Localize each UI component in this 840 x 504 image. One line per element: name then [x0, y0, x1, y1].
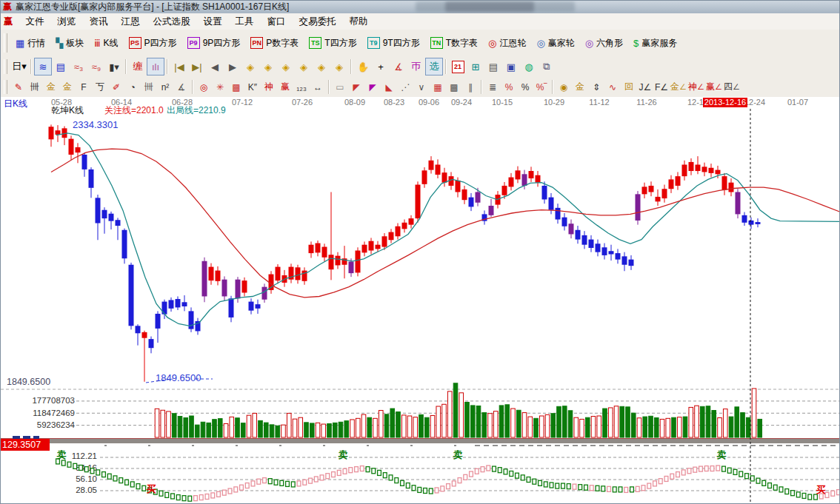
- draw-gold-comb-a-icon[interactable]: 金: [43, 79, 59, 95]
- menu-item-1[interactable]: 文件: [19, 16, 51, 27]
- draw-star-web-icon[interactable]: ✳: [212, 79, 228, 95]
- draw-gold-line-icon[interactable]: 金: [572, 79, 588, 95]
- draw-scale-tool-icon[interactable]: ⇕: [588, 79, 604, 95]
- feature-gann-wheel[interactable]: ◎江恩轮: [483, 35, 531, 52]
- draw-ruler-123-icon[interactable]: ₁₂₃: [293, 79, 310, 95]
- tool-tool-purple-icon[interactable]: 帀: [407, 58, 425, 75]
- draw-percent-icon[interactable]: %: [517, 79, 533, 95]
- draw-spider-web-icon[interactable]: ▩: [228, 79, 244, 95]
- draw-percent-fan-icon[interactable]: %: [501, 79, 517, 95]
- draw-time-cycle-icon[interactable]: ◔: [124, 79, 141, 95]
- draw-f-comb-icon[interactable]: F: [76, 79, 92, 95]
- draw-gold-comb-b-icon[interactable]: 金: [59, 79, 76, 95]
- 9t-square-label: 9T四方形: [383, 37, 420, 50]
- menu-item-9[interactable]: 交易委托: [293, 16, 343, 27]
- draw-j-angle-icon[interactable]: J∠: [637, 79, 653, 95]
- draw-shen-comb-icon[interactable]: 神: [261, 79, 277, 95]
- tool-zoom-in-bars-icon[interactable]: ◈: [313, 58, 330, 75]
- tool-tool-select-icon[interactable]: 选: [425, 58, 443, 75]
- draw-shen-angle-icon[interactable]: 神∠: [687, 79, 705, 95]
- menu-item-10[interactable]: 帮助: [343, 16, 375, 27]
- draw-grid-box-icon[interactable]: ▩: [446, 79, 462, 95]
- tool-angle-measure-icon[interactable]: ∡: [390, 58, 407, 75]
- tool-prev-bar-icon[interactable]: ◀: [206, 58, 224, 75]
- menu-item-8[interactable]: 窗口: [261, 16, 293, 27]
- tool-notes-report-icon[interactable]: ▤: [484, 58, 502, 75]
- draw-v-lines-icon[interactable]: ∨: [413, 79, 430, 95]
- tool-wave-9-icon[interactable]: ≈₉: [87, 58, 105, 75]
- draw-select-region-icon[interactable]: ▭: [332, 79, 348, 95]
- draw-angle-pen-icon[interactable]: ∡: [173, 79, 190, 95]
- tool-pan-hand-icon[interactable]: ✋: [354, 58, 372, 75]
- date-tick: 11-12: [589, 98, 609, 107]
- draw-comb-ruler-icon[interactable]: 卌: [27, 79, 43, 95]
- tool-period-daily-dropdown-icon[interactable]: 日▾: [10, 58, 28, 75]
- tool-compress-view-icon[interactable]: ◈: [295, 58, 313, 75]
- tool-expand-both-icon[interactable]: ◈: [277, 58, 295, 75]
- menu-item-6[interactable]: 设置: [197, 16, 229, 27]
- menu-item-7[interactable]: 工具: [229, 16, 261, 27]
- draw-width-arrows-icon[interactable]: ↔: [310, 79, 326, 95]
- draw-comb-plain-icon[interactable]: 卌: [141, 79, 157, 95]
- draw-k-note-icon[interactable]: K″: [244, 79, 261, 95]
- tool-wave-3-icon[interactable]: ≈₃: [70, 58, 87, 75]
- tool-next-bar-icon[interactable]: ▶: [224, 58, 241, 75]
- draw-five-comb-icon[interactable]: 丂: [92, 79, 108, 95]
- gann-wheel-label: 江恩轮: [499, 37, 526, 50]
- feature-winner-service[interactable]: $赢家服务: [628, 35, 682, 52]
- chart-area[interactable]: 日K线 05-2806-1406-2807-1207-2608-0908-230…: [1, 97, 840, 504]
- tool-expand-left-icon[interactable]: ◈: [241, 58, 259, 75]
- draw-ying-angle-icon[interactable]: 赢∠: [705, 79, 723, 95]
- menu-item-4[interactable]: 江恩: [115, 16, 147, 27]
- tool-chart-globe-icon[interactable]: ◍: [520, 58, 538, 75]
- draw-gold-box-icon[interactable]: 回: [621, 79, 637, 95]
- feature-kline[interactable]: ⅲK线: [89, 35, 123, 52]
- draw-f-angle-icon[interactable]: F∠: [653, 79, 670, 95]
- feature-sectors[interactable]: ▚板块: [50, 35, 89, 52]
- feature-t-number-table[interactable]: TNT数字表: [425, 35, 483, 52]
- menu-item-2[interactable]: 浏览: [51, 16, 83, 27]
- draw-wave-tool-icon[interactable]: ∿: [604, 79, 621, 95]
- draw-percent-line-icon[interactable]: %‾: [533, 79, 550, 95]
- feature-9t-square[interactable]: T99T四方形: [362, 35, 425, 52]
- feature-t-square[interactable]: TST四方形: [304, 35, 361, 52]
- tool-workstation-icon[interactable]: ⧉: [538, 58, 556, 75]
- tool-zoom-out-bars-icon[interactable]: ◈: [330, 58, 348, 75]
- draw-trend-angles-icon[interactable]: ⋰: [397, 79, 413, 95]
- feature-winner-wheel[interactable]: ◎赢家轮: [531, 35, 579, 52]
- price-chart-canvas[interactable]: 卖买卖卖卖买: [1, 108, 840, 504]
- draw-brush-tool-icon[interactable]: ✎: [10, 79, 27, 95]
- draw-n-square-icon[interactable]: n²: [157, 79, 173, 95]
- draw-distribution-icon[interactable]: ≣: [484, 79, 501, 95]
- draw-speed-fan-dense-icon[interactable]: ◣: [381, 79, 397, 95]
- tool-save-chart-icon[interactable]: ▣: [502, 58, 520, 75]
- draw-speed-fan-icon[interactable]: ◤: [348, 79, 364, 95]
- draw-grid-red-icon[interactable]: ▦: [430, 79, 446, 95]
- tool-chip-histogram-icon[interactable]: ılı: [147, 58, 164, 75]
- draw-parallel-lines-icon[interactable]: ∥: [462, 79, 479, 95]
- tool-multi-view-icon[interactable]: ≋: [34, 58, 52, 75]
- draw-ying-comb-icon[interactable]: 赢: [277, 79, 293, 95]
- tool-expand-right-icon[interactable]: ◈: [259, 58, 277, 75]
- tool-crosshair-icon[interactable]: +: [372, 58, 390, 75]
- menu-item-3[interactable]: 资讯: [83, 16, 115, 27]
- tool-calculator-icon[interactable]: ⊞: [467, 58, 484, 75]
- draw-speed-fan-box-icon[interactable]: ◤: [364, 79, 381, 95]
- draw-ink-pen-icon[interactable]: ✐: [108, 79, 124, 95]
- tool-first-bar-icon[interactable]: |◀: [170, 58, 188, 75]
- tool-calendar-21-icon[interactable]: 21: [449, 58, 467, 75]
- tool-kline-style-dropdown-icon[interactable]: ▮▾: [105, 58, 123, 75]
- feature-p-number-table[interactable]: PNP数字表: [245, 35, 304, 52]
- feature-market-quotes[interactable]: ▦行情: [10, 35, 50, 52]
- draw-gann-target-icon[interactable]: ◎: [196, 79, 212, 95]
- draw-gold-angle-icon[interactable]: 金∠: [670, 79, 687, 95]
- feature-p-square[interactable]: PSP四方形: [124, 35, 182, 52]
- draw-si-angle-icon[interactable]: 四∠: [723, 79, 741, 95]
- feature-9p-square[interactable]: P99P四方形: [182, 35, 246, 52]
- tool-chan-tool-icon[interactable]: 缠: [129, 58, 147, 75]
- draw-gold-circle-icon[interactable]: ◉: [556, 79, 572, 95]
- tool-last-bar-icon[interactable]: ▶|: [188, 58, 206, 75]
- menu-item-5[interactable]: 公式选股: [147, 16, 197, 27]
- feature-hexagon[interactable]: ◎六角形: [580, 35, 628, 52]
- tool-info-report-icon[interactable]: ▤: [52, 58, 70, 75]
